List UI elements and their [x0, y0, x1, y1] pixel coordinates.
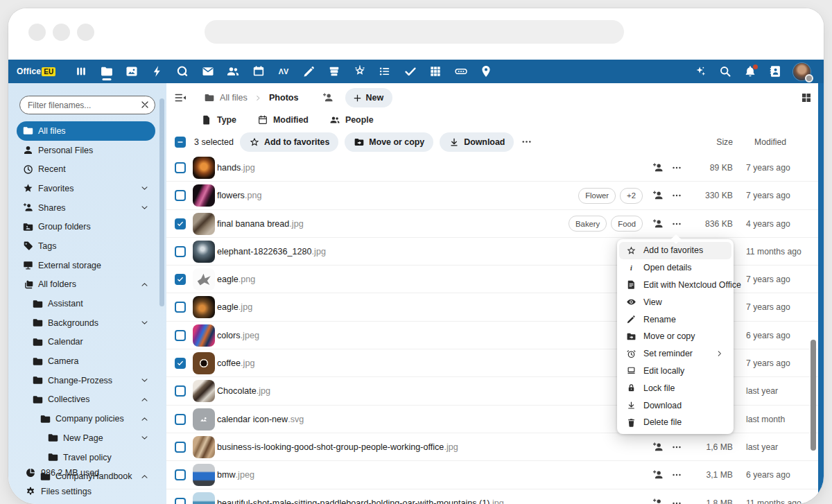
app-ocs[interactable] — [454, 60, 468, 83]
file-name[interactable]: Chocolate.jpg — [217, 377, 270, 405]
chevron-up-icon[interactable] — [139, 414, 150, 424]
app-notes[interactable] — [302, 60, 316, 83]
new-button[interactable]: New — [345, 88, 393, 107]
app-talk[interactable] — [175, 60, 189, 83]
menu-item-edit-locally[interactable]: Edit locally — [619, 363, 731, 380]
sidebar-item-change-prozess[interactable]: Change-Prozess — [17, 371, 155, 390]
sidebar-item-tags[interactable]: Tags — [17, 236, 155, 256]
file-name[interactable]: elephant-1822636_1280.jpg — [217, 238, 326, 266]
window-control-dot[interactable] — [53, 24, 70, 41]
row-actions-button[interactable] — [671, 498, 682, 504]
app-activity[interactable] — [150, 60, 164, 83]
file-name[interactable]: business-is-looking-good-shot-group-peop… — [217, 433, 458, 461]
column-header-modified[interactable]: Modified — [754, 132, 786, 152]
filter-filenames-input[interactable] — [19, 96, 155, 114]
app-calendar[interactable] — [252, 60, 266, 83]
chevron-down-icon[interactable] — [139, 375, 150, 385]
share-button[interactable] — [652, 189, 664, 202]
app-office[interactable]: ΛV — [277, 60, 291, 83]
share-folder-button[interactable] — [322, 92, 334, 104]
app-switcher[interactable] — [74, 60, 88, 83]
sidebar-item-external-storage[interactable]: External storage — [17, 256, 155, 275]
chevron-down-icon[interactable] — [139, 318, 150, 328]
file-name[interactable]: colors.jpeg — [217, 322, 259, 349]
quota-indicator[interactable]: 986,2 MB used — [8, 463, 166, 483]
row-checkbox[interactable] — [175, 469, 186, 480]
app-contacts[interactable] — [226, 60, 240, 83]
sidebar-item-all-files[interactable]: All files — [17, 121, 155, 141]
sidebar-item-shares[interactable]: Shares — [17, 198, 155, 218]
sidebar-item-camera[interactable]: Camera — [17, 351, 155, 371]
menu-item-add-to-favorites[interactable]: Add to favorites — [619, 242, 731, 259]
app-logo[interactable]: Office EU — [17, 67, 55, 76]
sidebar-item-assistant[interactable]: Assistant — [17, 294, 155, 313]
row-checkbox[interactable] — [175, 330, 186, 341]
chevron-down-icon[interactable] — [139, 433, 150, 443]
row-actions-button[interactable] — [671, 218, 682, 229]
share-button[interactable] — [652, 162, 664, 174]
select-all-checkbox[interactable] — [175, 137, 186, 148]
sidebar-item-recent[interactable]: Recent — [17, 159, 155, 179]
sidebar-scrollbar[interactable] — [159, 98, 164, 306]
file-row[interactable]: hands.jpg89 KB7 years ago — [166, 154, 824, 182]
breadcrumb-root[interactable]: All files — [220, 93, 248, 103]
file-tag[interactable]: +2 — [620, 188, 643, 204]
app-maps[interactable] — [479, 60, 493, 83]
file-name[interactable]: eagle.jpg — [217, 293, 252, 321]
sidebar-item-group-folders[interactable]: Group folders — [17, 217, 155, 236]
row-actions-button[interactable] — [671, 162, 682, 173]
file-name[interactable]: bmw.jpeg — [217, 461, 254, 489]
row-checkbox[interactable] — [175, 385, 186, 397]
list-scrollbar-thumb[interactable] — [811, 340, 816, 451]
file-tag[interactable]: Bakery — [569, 216, 607, 232]
app-collectives[interactable] — [353, 60, 367, 83]
menu-item-view[interactable]: View — [619, 293, 731, 311]
file-row[interactable]: beautiful-shot-male-sitting-paddleboard-… — [166, 489, 824, 504]
row-actions-button[interactable] — [671, 190, 682, 201]
notifications[interactable] — [743, 60, 757, 83]
menu-item-edit-with-nextcloud-office[interactable]: Edit with Nextcloud Office — [619, 277, 731, 294]
app-deck[interactable] — [327, 60, 341, 83]
menu-item-rename[interactable]: Rename — [619, 311, 731, 328]
share-button[interactable] — [652, 497, 664, 504]
selection-more-actions-button[interactable] — [521, 136, 532, 148]
file-name[interactable]: coffee.jpg — [217, 349, 254, 377]
app-photos[interactable] — [125, 60, 139, 83]
collapse-sidebar-button[interactable] — [173, 91, 187, 105]
assistant[interactable] — [693, 60, 707, 83]
file-row[interactable]: flowers.pngFlower+2330 KB7 years ago — [166, 182, 824, 209]
row-checkbox[interactable] — [175, 190, 186, 201]
sidebar-item-favorites[interactable]: Favorites — [17, 179, 155, 198]
file-tag[interactable]: Food — [611, 216, 643, 232]
app-tasks[interactable] — [378, 60, 392, 83]
chevron-up-icon[interactable] — [139, 279, 150, 290]
row-actions-button[interactable] — [671, 469, 682, 480]
file-name[interactable]: final banana bread.jpg — [217, 210, 304, 238]
column-header-size[interactable]: Size — [716, 132, 733, 152]
file-name[interactable]: calendar icon-new.svg — [217, 406, 304, 433]
file-row[interactable]: business-is-looking-good-shot-group-peop… — [166, 433, 824, 461]
user-avatar[interactable] — [793, 63, 811, 80]
address-bar[interactable] — [205, 20, 624, 44]
window-control-dot[interactable] — [28, 24, 46, 41]
action-add-to-favorites-button[interactable]: Add to favorites — [240, 132, 338, 152]
row-checkbox[interactable] — [175, 498, 186, 504]
row-checkbox[interactable] — [175, 442, 186, 453]
menu-item-set-reminder[interactable]: Set reminder — [619, 345, 731, 363]
app-tables[interactable] — [428, 60, 442, 83]
sidebar-item-calendar[interactable]: Calendar — [17, 333, 155, 352]
unified-search[interactable] — [718, 60, 732, 83]
file-tag[interactable]: Flower — [578, 188, 616, 204]
files-settings-button[interactable]: Files settings — [8, 483, 166, 502]
row-checkbox[interactable] — [175, 358, 186, 369]
file-name[interactable]: eagle.png — [217, 266, 255, 293]
menu-item-move-or-copy[interactable]: Move or copy — [619, 328, 731, 345]
sidebar-item-backgrounds[interactable]: Backgrounds — [17, 313, 155, 333]
sidebar-item-personal-files[interactable]: Personal Files — [17, 141, 155, 160]
app-files[interactable] — [100, 60, 114, 83]
sidebar-item-all-folders[interactable]: All folders — [17, 275, 155, 295]
chevron-down-icon[interactable] — [139, 183, 150, 193]
file-row[interactable]: bmw.jpeg3,1 MB6 years ago — [166, 461, 824, 489]
row-checkbox[interactable] — [175, 274, 186, 285]
file-name[interactable]: beautiful-shot-male-sitting-paddleboard-… — [217, 489, 504, 504]
